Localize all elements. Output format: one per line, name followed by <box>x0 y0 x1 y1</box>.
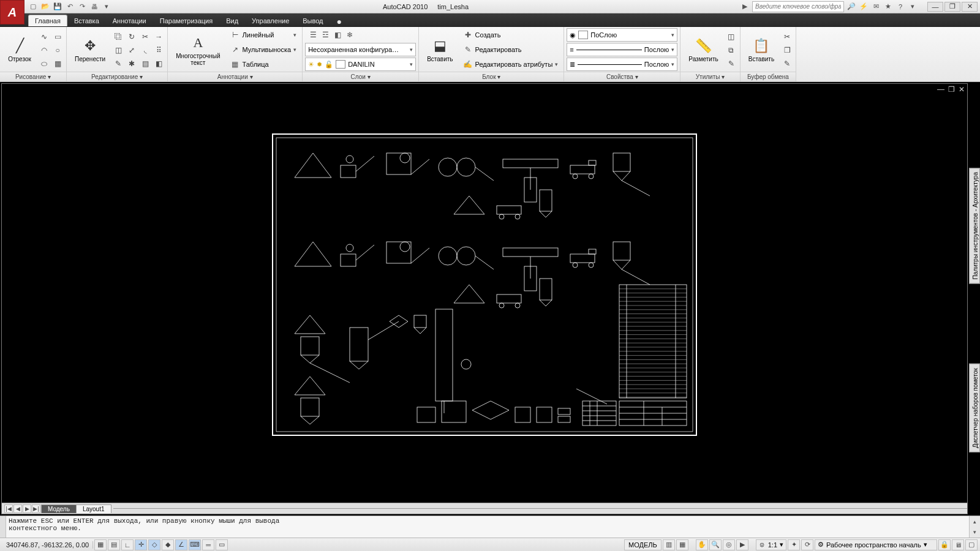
pan-icon[interactable]: ✋ <box>696 539 708 550</box>
annotation-auto-icon[interactable]: ⟳ <box>801 539 813 550</box>
qp-icon[interactable]: ▭ <box>216 539 228 550</box>
tab-home[interactable]: Главная <box>28 15 67 26</box>
dyn-input-icon[interactable]: ⌨ <box>189 539 201 550</box>
line-button[interactable]: ╱ Отрезок <box>2 28 37 72</box>
color-combo[interactable]: ◉ ПоСлою ▾ <box>567 28 677 42</box>
dim-linear-item[interactable]: ⊢ Линейный ▾ <box>227 28 300 42</box>
tab-annotations[interactable]: Аннотации <box>106 15 153 26</box>
quickview-drawings-icon[interactable]: ▦ <box>676 539 688 550</box>
ellipse-icon[interactable]: ⬭ <box>38 58 50 70</box>
move-button[interactable]: ✥ Перенести <box>69 28 111 72</box>
doc-min-button[interactable]: — <box>937 85 944 94</box>
cmd-scroll[interactable]: ▴ ▾ <box>969 516 980 538</box>
mtext-button[interactable]: A Многострочный текст <box>170 28 225 72</box>
doc-close-button[interactable]: ✕ <box>959 85 965 94</box>
insert-block-button[interactable]: ⬓ Вставить <box>421 28 458 72</box>
block-attedit-item[interactable]: ✍ Редактировать атрибуты ▾ <box>460 58 562 71</box>
tab-extra[interactable]: ● <box>330 16 349 26</box>
block-create-item[interactable]: ✚ Создать <box>460 28 562 42</box>
hardware-accel-icon[interactable]: 🖥 <box>952 539 964 550</box>
steering-icon[interactable]: ◎ <box>723 539 735 550</box>
close-button[interactable]: ✕ <box>962 2 978 12</box>
annotation-scale-combo[interactable]: ⛭ 1:1 ▾ <box>756 539 786 550</box>
snap-grid-icon[interactable]: ▦ <box>94 539 107 550</box>
hatch-icon[interactable]: ▦ <box>51 58 64 70</box>
paste-button[interactable]: 📋 Вставить <box>743 28 780 72</box>
save-icon[interactable]: 💾 <box>53 2 62 12</box>
osnap-icon[interactable]: ◇ <box>148 539 160 550</box>
table-item[interactable]: ▦ Таблица <box>227 58 300 71</box>
redo-icon[interactable]: ↷ <box>77 2 87 12</box>
ortho-icon[interactable]: ∟ <box>121 539 134 550</box>
favorites-icon[interactable]: ★ <box>883 2 893 12</box>
scroll-up-icon[interactable]: ▴ <box>970 516 980 527</box>
tab-manage[interactable]: Управление <box>245 15 296 26</box>
circle-icon[interactable]: ○ <box>51 44 64 56</box>
qat-dropdown-icon[interactable]: ▾ <box>102 2 111 12</box>
extend-icon[interactable]: → <box>153 31 165 43</box>
palette-tab-markup[interactable]: Диспетчер наборов пометок <box>969 364 980 452</box>
panel-draw-title[interactable]: Рисование ▾ <box>0 72 66 81</box>
tab-output[interactable]: Вывод <box>296 15 330 26</box>
util3-icon[interactable]: ✎ <box>725 58 737 70</box>
util2-icon[interactable]: ⧉ <box>725 44 737 56</box>
copy-icon[interactable]: ⿻ <box>112 31 124 43</box>
panel-block-title[interactable]: Блок ▾ <box>419 72 564 81</box>
app-menu-button[interactable]: A <box>0 0 24 24</box>
doctab-last-button[interactable]: ▶| <box>32 504 40 513</box>
offset-icon[interactable]: ◧ <box>153 58 165 70</box>
tab-insert[interactable]: Вставка <box>67 15 106 26</box>
arc-icon[interactable]: ◠ <box>38 44 50 56</box>
workspace-combo[interactable]: ⚙ Рабочее пространство началь ▾ <box>815 539 937 550</box>
explode-icon[interactable]: ✱ <box>126 58 138 70</box>
linetype-combo[interactable]: ≣ Послою ▾ <box>567 58 677 71</box>
doctab-next-button[interactable]: ▶ <box>23 504 31 513</box>
undo-icon[interactable]: ↶ <box>65 2 75 12</box>
copy-clip-icon[interactable]: ❐ <box>781 44 793 56</box>
measure-button[interactable]: 📏 Разметить <box>683 28 723 72</box>
util1-icon[interactable]: ◫ <box>725 31 737 43</box>
doc-max-button[interactable]: ❐ <box>948 85 955 94</box>
layer-state-combo[interactable]: Несохраненная конфигурация сл ▾ <box>305 43 416 56</box>
annotation-vis-icon[interactable]: ✦ <box>788 539 800 550</box>
lw-icon[interactable]: ═ <box>202 539 214 550</box>
erase-icon[interactable]: ✎ <box>112 58 124 70</box>
grid-icon[interactable]: ▤ <box>108 539 120 550</box>
polyline-icon[interactable]: ∿ <box>38 31 50 43</box>
cmd-handle[interactable] <box>0 516 6 538</box>
clean-screen-icon[interactable]: ▢ <box>965 539 978 550</box>
polar-icon[interactable]: ✛ <box>135 539 147 550</box>
search-input[interactable] <box>752 1 844 12</box>
doctab-prev-button[interactable]: ◀ <box>13 504 22 513</box>
zoom-icon[interactable]: 🔍 <box>709 539 722 550</box>
help-icon[interactable]: ? <box>895 2 905 12</box>
otrack-icon[interactable]: ∠ <box>175 539 187 550</box>
palette-tab-tools[interactable]: Палитры инструментов - Архитектура <box>969 168 980 283</box>
maximize-button[interactable]: ❐ <box>944 2 960 12</box>
scroll-down-icon[interactable]: ▾ <box>970 527 980 538</box>
binoculars-icon[interactable]: 🔎 <box>846 2 856 12</box>
osnap3d-icon[interactable]: ◆ <box>162 539 174 550</box>
lineweight-combo[interactable]: ≡ Послою ▾ <box>567 43 677 56</box>
tab-view[interactable]: Вид <box>219 15 245 26</box>
subscription-icon[interactable]: ⚡ <box>859 2 869 12</box>
doctab-model[interactable]: Модель <box>41 504 77 513</box>
stretch-icon[interactable]: ▤ <box>139 58 151 70</box>
new-icon[interactable]: ▢ <box>28 2 38 12</box>
panel-edit-title[interactable]: Редактирование ▾ <box>67 72 167 81</box>
mirror-icon[interactable]: ◫ <box>112 44 124 56</box>
search-play-icon[interactable]: ▶ <box>740 2 750 12</box>
array-icon[interactable]: ⠿ <box>153 44 165 56</box>
rect-icon[interactable]: ▭ <box>51 31 64 43</box>
open-icon[interactable]: 📂 <box>40 2 50 12</box>
help-dropdown-icon[interactable]: ▾ <box>908 2 918 12</box>
panel-utils-title[interactable]: Утилиты ▾ <box>680 72 739 81</box>
command-text[interactable]: Нажмите ESC или ENTER для выхода, или пр… <box>6 516 969 538</box>
panel-annot-title[interactable]: Аннотации ▾ <box>168 72 302 81</box>
fillet-icon[interactable]: ◟ <box>139 44 151 56</box>
panel-props-title[interactable]: Свойства ▾ <box>564 72 680 81</box>
model-space-button[interactable]: МОДЕЛЬ <box>624 539 662 550</box>
quickview-layouts-icon[interactable]: ▥ <box>663 539 675 550</box>
layer-combo[interactable]: ☀ ✹ 🔓 DANILIN ▾ <box>305 58 416 71</box>
block-edit-item[interactable]: ✎ Редактировать <box>460 43 562 56</box>
